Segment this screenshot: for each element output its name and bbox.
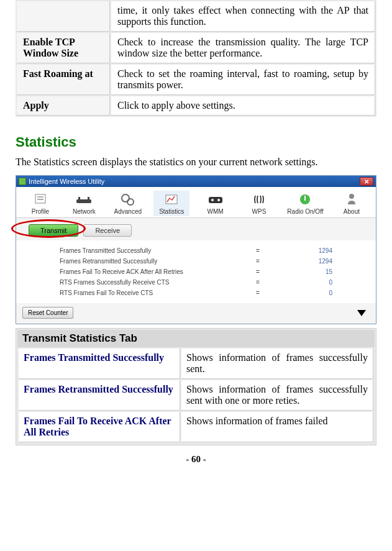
- svg-point-10: [211, 199, 214, 201]
- toolbar-statistics[interactable]: Statistics: [153, 191, 189, 216]
- transmit-table-title: Transmit Statistics Tab: [17, 330, 375, 347]
- def-desc: Check to increase the transmission quali…: [111, 33, 375, 63]
- toolbar-profile[interactable]: Profile: [22, 191, 58, 216]
- tab-transmit[interactable]: Transmit: [29, 224, 78, 237]
- toolbar-advanced[interactable]: Advanced: [110, 191, 146, 216]
- page-number: - 60 -: [16, 454, 376, 465]
- toolbar: Profile Network Advanced Statistics WMM …: [16, 187, 376, 218]
- stats-list: Frames Transmitted Successfully = 1294 F…: [16, 240, 376, 303]
- radio-icon: [296, 192, 314, 207]
- reset-counter-button[interactable]: Reset Counter: [22, 307, 73, 319]
- svg-point-7: [127, 199, 134, 205]
- def-desc: Check to set the roaming interval, fast …: [111, 65, 375, 95]
- stat-desc: Shows information of frames successfully…: [181, 380, 373, 411]
- app-icon: [19, 178, 26, 185]
- tab-receive[interactable]: Receive: [83, 224, 132, 237]
- wmm-icon: [207, 192, 224, 207]
- stat-desc: Shows information of frames successfully…: [181, 348, 373, 379]
- wps-icon: [250, 192, 268, 207]
- toolbar-wmm[interactable]: WMM: [198, 191, 234, 216]
- close-icon[interactable]: ✕: [360, 177, 373, 186]
- toolbar-radio[interactable]: Radio On/Off: [285, 191, 326, 216]
- chevron-down-icon[interactable]: [357, 310, 366, 316]
- svg-rect-1: [37, 196, 43, 198]
- svg-rect-9: [209, 197, 222, 203]
- stats-row: RTS Frames Successfully Receive CTS = 0: [60, 277, 332, 288]
- tab-row: Transmit Receive: [16, 218, 376, 240]
- app-screenshot: Intelligent Wireless Utility ✕ Profile N…: [16, 175, 376, 324]
- def-label: Enable TCP Window Size: [17, 33, 110, 63]
- stats-row: Frames Retransmitted Successfully = 1294: [60, 256, 332, 266]
- def-label: [17, 1, 110, 32]
- stat-label: Frames Fail To Receive ACK After All Ret…: [19, 412, 180, 442]
- toolbar-network[interactable]: Network: [66, 191, 102, 216]
- stat-label: Frames Retransmitted Successfully: [19, 380, 180, 411]
- stat-desc: Shows information of frames failed: [181, 412, 373, 442]
- profile-icon: [32, 192, 49, 207]
- stats-row: RTS Frames Fail To Receive CTS = 0: [60, 288, 332, 298]
- svg-rect-4: [78, 197, 80, 199]
- about-icon: [343, 192, 360, 207]
- toolbar-wps[interactable]: WPS: [241, 191, 277, 216]
- svg-rect-2: [37, 199, 43, 200]
- def-label: Fast Roaming at: [17, 65, 110, 95]
- svg-point-14: [349, 194, 354, 199]
- titlebar: Intelligent Wireless Utility ✕: [16, 176, 376, 187]
- def-label: Apply: [17, 96, 110, 116]
- toolbar-about[interactable]: About: [334, 191, 370, 216]
- section-intro: The Statistics screen displays the stati…: [16, 157, 376, 168]
- def-desc: time, it only takes effect when connecti…: [111, 1, 375, 32]
- settings-definition-table: time, it only takes effect when connecti…: [16, 0, 376, 117]
- svg-rect-13: [304, 196, 306, 201]
- transmit-statistics-table: Transmit Statistics Tab Frames Transmitt…: [16, 328, 376, 445]
- stats-row: Frames Transmitted Successfully = 1294: [60, 245, 332, 256]
- stats-row: Frames Fail To Receive ACK After All Ret…: [60, 266, 332, 277]
- svg-rect-3: [76, 199, 91, 203]
- statistics-icon: [163, 192, 180, 207]
- network-icon: [75, 192, 93, 207]
- def-desc: Click to apply above settings.: [111, 96, 375, 116]
- advanced-icon: [119, 192, 137, 207]
- stat-label: Frames Transmitted Successfully: [19, 348, 180, 379]
- app-title: Intelligent Wireless Utility: [29, 178, 104, 185]
- svg-rect-5: [88, 197, 89, 199]
- section-title: Statistics: [16, 134, 376, 150]
- svg-point-11: [217, 199, 220, 201]
